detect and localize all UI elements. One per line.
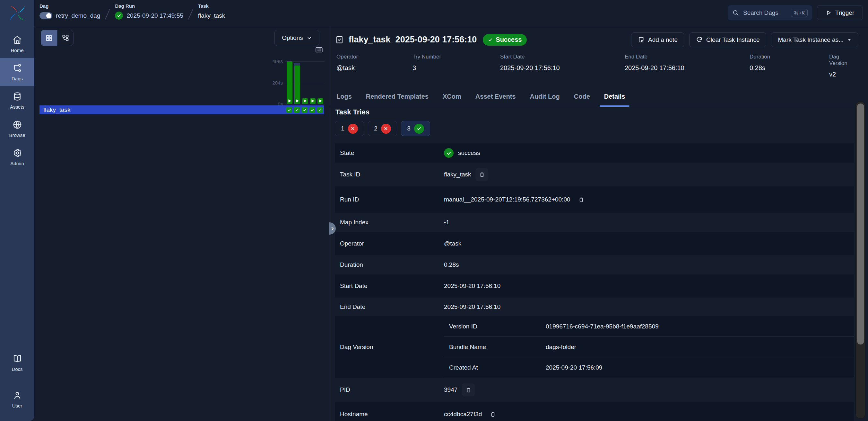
stat-dag-version: Dag Versionv2 [829, 54, 858, 78]
task-title-time: 2025-09-20 17:56:10 [396, 35, 477, 45]
task-instance-title: flaky_task 2025-09-20 17:56:10 Success [335, 34, 527, 46]
search-shortcut-badge: ⌘+K [791, 9, 808, 17]
home-icon [12, 35, 22, 45]
run-bar[interactable] [287, 61, 292, 104]
sidebar-item-label: Assets [10, 104, 24, 110]
table-row-state: State success [335, 143, 854, 163]
copy-icon[interactable] [462, 384, 475, 396]
assets-icon [12, 92, 22, 101]
grid-task-row-flaky-task[interactable]: flaky_task [39, 105, 324, 114]
failed-icon [348, 124, 358, 134]
task-instance-squares [286, 107, 323, 113]
try-1-button[interactable]: 1 [335, 121, 364, 136]
duration-axis-tick: 408s [257, 58, 283, 64]
trigger-button[interactable]: Trigger [817, 5, 863, 20]
airflow-app: Home Dags Assets Browse Admin Docs [0, 0, 868, 421]
run-bar[interactable] [294, 65, 300, 104]
mark-as-label: Mark Task Instance as... [778, 36, 844, 44]
task-instance-header: flaky_task 2025-09-20 17:56:10 Success A… [335, 32, 858, 47]
graph-view-button[interactable] [57, 30, 73, 46]
scrollbar-thumb[interactable] [857, 104, 864, 344]
details-table: State success Task ID flaky_task Run ID [335, 143, 854, 421]
task-id-value: flaky_task [444, 171, 471, 178]
caret-down-icon [847, 37, 851, 42]
try-3-button[interactable]: 3 [401, 121, 430, 136]
table-row-operator: Operator @task [335, 232, 854, 255]
run-bar[interactable] [302, 99, 308, 104]
sidebar-item-label: Browse [9, 133, 25, 138]
stat-duration: Duration0.28s [749, 54, 829, 78]
task-instance-success-square[interactable] [294, 107, 300, 113]
docs-book-icon [12, 354, 22, 363]
view-toggle-group [41, 30, 73, 46]
dag-version-nested-table: Version ID 01996716-c694-71ea-95b8-f1e9a… [444, 316, 854, 378]
dag-pause-toggle[interactable] [39, 12, 52, 19]
manual-run-play-icon [296, 99, 299, 103]
manual-run-play-icon [288, 99, 291, 103]
table-row-end-date: End Date 2025-09-20 17:56:10 [335, 298, 854, 316]
task-instance-success-square[interactable] [309, 107, 315, 113]
sidebar-item-docs[interactable]: Docs [0, 348, 34, 377]
status-badge-label: Success [496, 36, 522, 44]
breadcrumb-task: Task flaky_task [198, 3, 225, 20]
sidebar-nav: Home Dags Assets Browse Admin [0, 30, 34, 171]
task-tries-selector: 1 2 3 [335, 121, 854, 136]
sidebar-item-home[interactable]: Home [0, 30, 34, 58]
run-id-value: manual__2025-09-20T12:19:56.727362+00:00 [444, 196, 570, 203]
gridline [285, 104, 324, 105]
browse-globe-icon [12, 120, 22, 130]
manual-run-play-icon [311, 99, 314, 103]
try-2-button[interactable]: 2 [368, 121, 397, 136]
add-note-label: Add a note [648, 36, 678, 44]
sidebar-item-label: Dags [11, 76, 23, 81]
breadcrumb-dag-run-link[interactable]: 2025-09-20 17:49:55 [126, 12, 183, 19]
sidebar-bottom: Docs User [0, 348, 34, 421]
task-instance-success-square[interactable] [302, 107, 308, 113]
run-bar[interactable] [310, 99, 315, 104]
run-duration-bars [287, 27, 323, 104]
stat-operator: Operator@task [336, 54, 412, 78]
mark-task-instance-as-dropdown[interactable]: Mark Task Instance as... [771, 32, 858, 47]
trigger-label: Trigger [835, 9, 854, 17]
topbar-actions: Search Dags ⌘+K Trigger [728, 5, 863, 20]
task-instance-success-square[interactable] [317, 107, 323, 113]
success-icon [414, 124, 424, 134]
operator-value: @task [444, 240, 461, 247]
task-instance-panel: flaky_task 2025-09-20 17:56:10 Success A… [329, 27, 868, 421]
clear-task-instance-label: Clear Task Instance [706, 36, 760, 44]
state-value: success [458, 149, 480, 157]
sidebar-item-browse[interactable]: Browse [0, 114, 34, 143]
failed-icon [381, 124, 391, 134]
breadcrumb: Dag retry_demo_dag Dag Run 2025-09-20 17… [39, 3, 225, 20]
nested-row-created-at: Created At 2025-09-20 17:56:09 [444, 357, 854, 378]
sidebar-item-assets[interactable]: Assets [0, 86, 34, 114]
table-row-hostname: Hostname cc4dbca27f3d [335, 402, 854, 421]
airflow-logo-icon[interactable] [8, 4, 27, 23]
task-instance-success-square[interactable] [286, 107, 292, 113]
clear-task-instance-button[interactable]: Clear Task Instance [689, 32, 767, 47]
manual-run-play-icon [304, 99, 307, 103]
sidebar-item-dags[interactable]: Dags [0, 58, 34, 86]
dags-icon [12, 63, 22, 73]
breadcrumb-dag-link[interactable]: retry_demo_dag [56, 12, 100, 19]
table-row-run-id: Run ID manual__2025-09-20T12:19:56.72736… [335, 187, 854, 213]
add-note-button[interactable]: Add a note [631, 32, 684, 47]
start-date-value: 2025-09-20 17:56:10 [444, 282, 500, 289]
sidebar-item-admin[interactable]: Admin [0, 143, 34, 171]
note-icon [638, 36, 645, 43]
run-bar[interactable] [317, 99, 323, 104]
copy-icon[interactable] [475, 168, 488, 181]
version-id-value: 01996716-c694-71ea-95b8-f1e9aaf28509 [546, 323, 659, 330]
end-date-value: 2025-09-20 17:56:10 [444, 303, 500, 310]
table-row-duration: Duration 0.28s [335, 255, 854, 275]
sidebar-item-label: Admin [10, 161, 24, 166]
copy-icon[interactable] [486, 408, 499, 421]
header-actions: Add a note Clear Task Instance Mark Task… [631, 32, 858, 47]
breadcrumb-task-value: flaky_task [198, 12, 225, 19]
grid-view-button[interactable] [41, 30, 57, 46]
scrollbar-track[interactable] [856, 101, 865, 419]
copy-icon[interactable] [575, 193, 588, 206]
nested-row-version-id: Version ID 01996716-c694-71ea-95b8-f1e9a… [444, 316, 854, 337]
search-dags-input[interactable]: Search Dags ⌘+K [728, 5, 812, 20]
sidebar-item-user[interactable]: User [0, 385, 34, 413]
